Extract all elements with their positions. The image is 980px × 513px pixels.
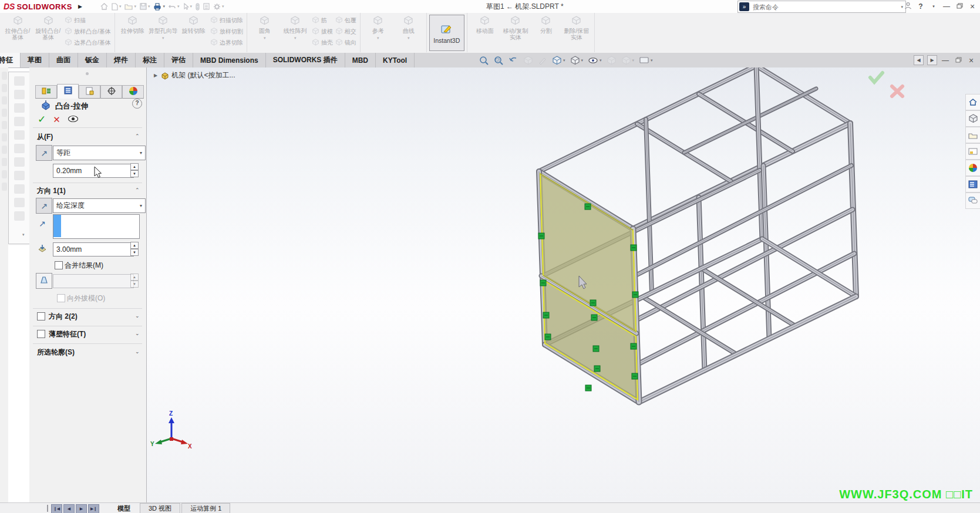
cancel-button[interactable]: ✕: [53, 114, 60, 125]
zoom-fit-icon[interactable]: [479, 56, 489, 65]
spin-up-icon[interactable]: ▲: [130, 163, 139, 170]
direction-selection-box[interactable]: [53, 214, 140, 239]
next-doc-icon[interactable]: ▶: [927, 55, 937, 65]
depth-value-input[interactable]: 3.00mm: [53, 242, 134, 256]
view-settings-icon[interactable]: ▾: [639, 56, 653, 65]
ribbon-item-split-body[interactable]: 分割: [531, 15, 561, 34]
manager-tab-featuremanager[interactable]: [35, 85, 57, 99]
ribbon-item-boundary-cut[interactable]: 边界切除: [210, 37, 243, 48]
new-file-icon[interactable]: ▾: [112, 3, 122, 11]
manager-tab-dimxpertmanager[interactable]: [100, 85, 122, 99]
ribbon-item-extruded-cut[interactable]: 拉伸切除: [117, 15, 148, 34]
thin-feature-section-header[interactable]: 薄壁特征(T): [49, 329, 86, 339]
previous-view-icon[interactable]: [508, 56, 518, 65]
ribbon-item-move-copy-body[interactable]: 移动/复制实体: [500, 15, 531, 41]
thin-feature-checkbox[interactable]: [37, 330, 45, 338]
help-icon[interactable]: ?: [132, 99, 142, 109]
3d-model-canvas[interactable]: ZYX: [147, 68, 980, 502]
tab-SOLIDWORKS 插件[interactable]: SOLIDWORKS 插件: [266, 53, 345, 68]
tab-MBD[interactable]: MBD: [345, 53, 376, 68]
options-gear-icon[interactable]: ▾: [213, 3, 224, 11]
end-condition-dropdown[interactable]: 给定深度 ▾: [53, 198, 146, 213]
ribbon-item-boundary-boss[interactable]: 边界凸台/基体: [65, 37, 111, 48]
open-file-icon[interactable]: ▾: [124, 3, 136, 10]
search-command-box[interactable]: » ▾: [737, 1, 906, 13]
tab-评估[interactable]: 评估: [164, 53, 193, 68]
selected-contours-section-header[interactable]: 所选轮廓(S): [37, 347, 75, 357]
splitter[interactable]: [47, 505, 48, 512]
tab-焊件[interactable]: 焊件: [107, 53, 136, 68]
minimize-icon[interactable]: —: [940, 2, 953, 11]
ribbon-item-fillet[interactable]: 圆角▾: [250, 15, 280, 41]
user-icon[interactable]: [901, 2, 914, 11]
tab-曲面[interactable]: 曲面: [49, 53, 78, 68]
select-icon[interactable]: ▾: [183, 3, 193, 10]
bottom-tab-运动算例 1[interactable]: 运动算例 1: [181, 503, 230, 513]
hide-show-items-icon[interactable]: ▾: [588, 56, 602, 65]
ribbon-item-linear-pattern[interactable]: 线性阵列▾: [280, 15, 311, 41]
save-icon[interactable]: ▾: [140, 3, 150, 10]
tab-MBD Dimensions[interactable]: MBD Dimensions: [193, 53, 266, 68]
spin-up-icon[interactable]: ▲: [130, 242, 139, 249]
tab-草图[interactable]: 草图: [21, 53, 49, 68]
home-icon[interactable]: [100, 3, 108, 10]
view-orientation-icon[interactable]: ▾: [552, 56, 565, 65]
taskpane-design-library-icon[interactable]: [965, 127, 980, 143]
taskpane-appearances-icon[interactable]: [965, 160, 980, 176]
tab-钣金[interactable]: 钣金: [78, 53, 107, 68]
selected-contours-expand-icon[interactable]: ⌄: [135, 349, 140, 355]
ribbon-item-swept-cut[interactable]: 扫描切除: [210, 15, 243, 26]
nav-last-icon[interactable]: ▶❙: [88, 504, 99, 513]
close-icon[interactable]: ×: [966, 2, 979, 11]
zoom-area-icon[interactable]: [494, 56, 504, 65]
doc-minimize-icon[interactable]: —: [939, 56, 952, 65]
manager-tab-propertymanager[interactable]: [57, 84, 79, 99]
manager-tab-displaymanager[interactable]: [122, 85, 144, 99]
doc-close-icon[interactable]: ×: [965, 56, 978, 65]
direction2-section-header[interactable]: 方向 2(2): [49, 312, 78, 322]
section-view-icon[interactable]: [523, 56, 533, 65]
spin-down-icon[interactable]: ▼: [130, 249, 139, 256]
ribbon-item-revolved-boss[interactable]: 旋转凸台/基体: [33, 15, 63, 41]
menu-flyout-arrow[interactable]: ▶: [78, 4, 82, 9]
preview-eye-button[interactable]: [68, 115, 79, 124]
edit-appearance-icon[interactable]: [607, 56, 617, 65]
taskpane-3d-content-icon[interactable]: [965, 110, 980, 127]
offset-spinner[interactable]: ▲ ▼: [130, 163, 139, 177]
tab-标注[interactable]: 标注: [136, 53, 164, 68]
draft-spinner[interactable]: ▲▼: [130, 274, 139, 288]
ribbon-item-shell[interactable]: 抽壳: [312, 37, 333, 48]
ribbon-item-delete-keep-body[interactable]: 删除/保留实体: [561, 15, 592, 41]
feature-tree-root[interactable]: ▶ 机架 (默认<按加工...: [154, 70, 235, 80]
file-properties-icon[interactable]: [203, 3, 210, 10]
panel-grip[interactable]: [86, 72, 89, 75]
direction1-reverse-button[interactable]: ↗: [36, 198, 52, 214]
nav-prev-icon[interactable]: ◀: [63, 504, 75, 513]
ribbon-item-move-face[interactable]: 移动面: [470, 15, 500, 34]
display-style-icon[interactable]: ▾: [570, 56, 584, 65]
direction1-collapse-icon[interactable]: ⌃: [135, 187, 140, 193]
direction1-section-header[interactable]: 方向 1(1): [37, 186, 66, 196]
from-reverse-direction-button[interactable]: ↗: [36, 145, 52, 161]
flyout-more-icon[interactable]: ▾: [22, 232, 25, 237]
from-section-header[interactable]: 从(F): [37, 132, 53, 142]
thin-feature-expand-icon[interactable]: ⌄: [135, 330, 140, 336]
ribbon-item-curves[interactable]: 曲线▾: [393, 15, 424, 41]
bottom-tab-3D 视图[interactable]: 3D 视图: [140, 503, 180, 513]
draft-button[interactable]: [36, 273, 52, 289]
search-input[interactable]: [752, 3, 899, 11]
ribbon-item-rib[interactable]: 筋: [312, 15, 333, 26]
nav-first-icon[interactable]: ❙◀: [51, 504, 62, 513]
ribbon-item-draft[interactable]: 拔模: [312, 26, 333, 37]
ribbon-item-lofted-boss[interactable]: 放样凸台/基体: [65, 26, 111, 37]
ribbon-item-lofted-cut[interactable]: 放样切割: [210, 26, 243, 37]
taskpane-custom-properties-icon[interactable]: [965, 143, 980, 160]
undo-icon[interactable]: ▾: [169, 4, 180, 10]
manager-tab-configurationmanager[interactable]: [79, 85, 100, 99]
ribbon-item-reference-geometry[interactable]: 参考▾: [363, 15, 393, 41]
previous-doc-icon[interactable]: ◀: [914, 55, 924, 65]
draft-outward-checkbox[interactable]: [57, 294, 65, 302]
ribbon-item-boss-extrude[interactable]: 拉伸凸台/基体: [2, 15, 33, 41]
ribbon-item-intersect[interactable]: 相交: [335, 26, 356, 37]
tab-特征[interactable]: 特征: [0, 53, 21, 68]
